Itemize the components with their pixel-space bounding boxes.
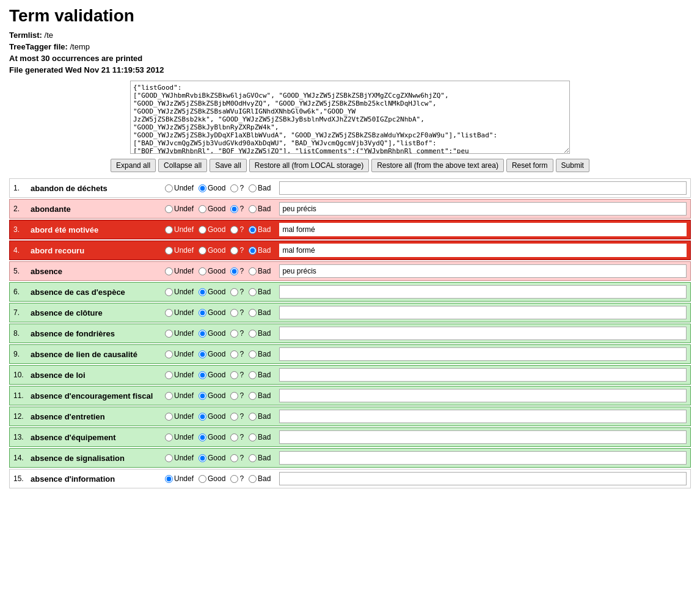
question-label[interactable]: ? <box>230 308 244 317</box>
expand-all-button[interactable]: Expand all <box>111 159 156 172</box>
bad-radio[interactable] <box>249 475 257 483</box>
question-label[interactable]: ? <box>230 225 244 234</box>
undef-radio[interactable] <box>165 392 173 400</box>
undef-label[interactable]: Undef <box>165 412 194 421</box>
comment-input[interactable] <box>279 223 687 236</box>
good-radio[interactable] <box>199 475 206 483</box>
undef-label[interactable]: Undef <box>165 391 194 400</box>
good-radio[interactable] <box>199 433 206 441</box>
comment-input[interactable] <box>279 264 687 278</box>
good-radio[interactable] <box>199 184 206 192</box>
question-radio[interactable] <box>230 184 238 192</box>
good-radio[interactable] <box>199 454 206 462</box>
undef-radio[interactable] <box>165 433 173 441</box>
bad-label[interactable]: Bad <box>249 329 271 338</box>
undef-radio[interactable] <box>165 184 173 192</box>
question-label[interactable]: ? <box>230 350 244 358</box>
bad-label[interactable]: Bad <box>249 308 271 317</box>
restore-textarea-button[interactable]: Restore all (from the above text area) <box>371 159 504 172</box>
comment-input[interactable] <box>279 368 687 382</box>
comment-input[interactable] <box>279 327 687 340</box>
bad-label[interactable]: Bad <box>249 454 271 462</box>
question-label[interactable]: ? <box>230 246 244 255</box>
bad-label[interactable]: Bad <box>249 205 271 213</box>
reset-form-button[interactable]: Reset form <box>506 159 553 172</box>
undef-label[interactable]: Undef <box>165 205 194 213</box>
question-radio[interactable] <box>230 309 238 317</box>
comment-input[interactable] <box>279 430 687 444</box>
save-all-button[interactable]: Save all <box>210 159 247 172</box>
undef-label[interactable]: Undef <box>165 454 194 462</box>
bad-radio[interactable] <box>249 267 257 275</box>
bad-radio[interactable] <box>249 350 257 358</box>
good-radio[interactable] <box>199 205 206 213</box>
good-radio[interactable] <box>199 288 206 296</box>
question-label[interactable]: ? <box>230 329 244 338</box>
bad-label[interactable]: Bad <box>249 184 271 192</box>
bad-radio[interactable] <box>249 330 257 338</box>
bad-radio[interactable] <box>249 454 257 462</box>
question-label[interactable]: ? <box>230 288 244 296</box>
collapse-all-button[interactable]: Collapse all <box>158 159 207 172</box>
bad-label[interactable]: Bad <box>249 391 271 400</box>
undef-label[interactable]: Undef <box>165 308 194 317</box>
undef-label[interactable]: Undef <box>165 267 194 275</box>
good-label[interactable]: Good <box>199 246 225 255</box>
submit-button[interactable]: Submit <box>556 159 589 172</box>
comment-input[interactable] <box>279 306 687 319</box>
question-radio[interactable] <box>230 413 238 421</box>
good-radio[interactable] <box>199 330 206 338</box>
question-label[interactable]: ? <box>230 391 244 400</box>
bad-label[interactable]: Bad <box>249 433 271 441</box>
bad-label[interactable]: Bad <box>249 288 271 296</box>
good-radio[interactable] <box>199 267 206 275</box>
good-radio[interactable] <box>199 350 206 358</box>
undef-radio[interactable] <box>165 267 173 275</box>
good-radio[interactable] <box>199 247 206 255</box>
bad-label[interactable]: Bad <box>249 371 271 379</box>
question-label[interactable]: ? <box>230 184 244 192</box>
bad-radio[interactable] <box>249 413 257 421</box>
question-radio[interactable] <box>230 288 238 296</box>
good-radio[interactable] <box>199 392 206 400</box>
undef-radio[interactable] <box>165 413 173 421</box>
undef-radio[interactable] <box>165 371 173 379</box>
good-label[interactable]: Good <box>199 391 225 400</box>
good-label[interactable]: Good <box>199 225 225 234</box>
comment-input[interactable] <box>279 202 687 216</box>
comment-input[interactable] <box>279 181 687 195</box>
good-radio[interactable] <box>199 226 206 234</box>
good-label[interactable]: Good <box>199 205 225 213</box>
undef-label[interactable]: Undef <box>165 350 194 358</box>
good-radio[interactable] <box>199 309 206 317</box>
good-label[interactable]: Good <box>199 329 225 338</box>
bad-radio[interactable] <box>249 392 257 400</box>
undef-label[interactable]: Undef <box>165 474 194 483</box>
question-radio[interactable] <box>230 392 238 400</box>
question-label[interactable]: ? <box>230 433 244 441</box>
bad-radio[interactable] <box>249 184 257 192</box>
undef-label[interactable]: Undef <box>165 225 194 234</box>
undef-radio[interactable] <box>165 288 173 296</box>
bad-label[interactable]: Bad <box>249 474 271 483</box>
question-label[interactable]: ? <box>230 267 244 275</box>
bad-label[interactable]: Bad <box>249 267 271 275</box>
question-radio[interactable] <box>230 454 238 462</box>
good-label[interactable]: Good <box>199 454 225 462</box>
good-label[interactable]: Good <box>199 288 225 296</box>
undef-radio[interactable] <box>165 309 173 317</box>
good-label[interactable]: Good <box>199 267 225 275</box>
comment-input[interactable] <box>279 410 687 423</box>
question-radio[interactable] <box>230 330 238 338</box>
question-radio[interactable] <box>230 226 238 234</box>
undef-radio[interactable] <box>165 330 173 338</box>
good-radio[interactable] <box>199 413 206 421</box>
undef-radio[interactable] <box>165 454 173 462</box>
question-label[interactable]: ? <box>230 454 244 462</box>
question-radio[interactable] <box>230 350 238 358</box>
good-label[interactable]: Good <box>199 371 225 379</box>
comment-input[interactable] <box>279 285 687 299</box>
bad-radio[interactable] <box>249 247 257 255</box>
undef-label[interactable]: Undef <box>165 329 194 338</box>
undef-radio[interactable] <box>165 205 173 213</box>
